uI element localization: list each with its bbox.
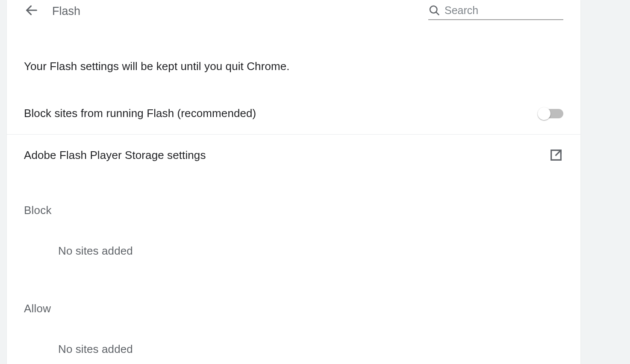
flash-settings-notice: Your Flash settings will be kept until y… — [7, 60, 580, 73]
block-section-title: Block — [7, 204, 580, 217]
search-input[interactable] — [445, 4, 563, 17]
svg-line-2 — [436, 12, 439, 15]
search-field-container[interactable] — [428, 3, 563, 20]
block-section-empty: No sites added — [7, 244, 580, 258]
arrow-left-icon — [24, 3, 39, 19]
page-title: Flash — [52, 5, 80, 18]
svg-line-3 — [556, 150, 561, 156]
block-flash-row: Block sites from running Flash (recommen… — [7, 93, 580, 135]
allow-section-empty: No sites added — [7, 343, 580, 356]
adobe-storage-settings-row[interactable]: Adobe Flash Player Storage settings — [7, 135, 580, 176]
page-header: Flash — [7, 0, 580, 22]
block-flash-toggle[interactable] — [539, 109, 563, 118]
open-external-icon — [549, 148, 563, 162]
block-flash-label: Block sites from running Flash (recommen… — [24, 107, 256, 120]
search-icon — [428, 4, 440, 16]
settings-card: Flash Your Flash settings will be kept u… — [7, 0, 580, 364]
allow-section-title: Allow — [7, 302, 580, 315]
content-area: Your Flash settings will be kept until y… — [7, 60, 580, 356]
toggle-knob — [538, 107, 551, 120]
adobe-storage-label: Adobe Flash Player Storage settings — [24, 149, 206, 162]
back-button[interactable] — [23, 3, 40, 20]
